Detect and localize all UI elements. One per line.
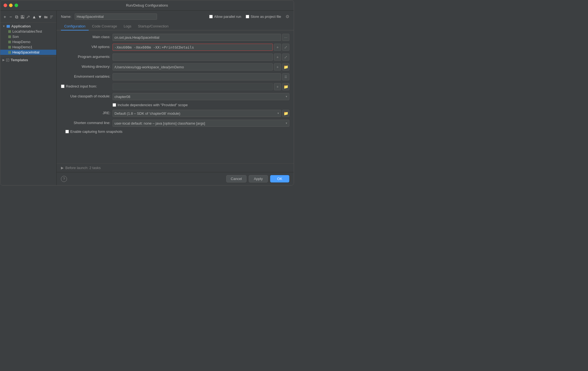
move-up-button[interactable]: ▲ [32, 14, 37, 20]
tree-templates-header[interactable]: ▶ Templates [0, 57, 56, 63]
chevron-down-icon: ▼ [2, 25, 5, 28]
vm-options-field: + ⤢ [113, 44, 289, 51]
run-debug-dialog: Run/Debug Configurations + − ⧉ ▲ [0, 0, 294, 186]
env-vars-edit-button[interactable]: ☰ [282, 73, 289, 80]
shorten-cmd-label: Shorten command line: [61, 120, 110, 125]
apply-button[interactable]: Apply [249, 175, 268, 182]
env-vars-input[interactable] [113, 73, 281, 80]
main-class-label: Main class: [61, 34, 110, 39]
main-class-input[interactable] [113, 34, 281, 41]
redirect-browse-button[interactable]: 📁 [282, 83, 289, 90]
capture-snapshots-label-text: Enable capturing form snapshots [70, 130, 122, 134]
allow-parallel-checkbox[interactable] [209, 15, 213, 18]
store-project-checkbox[interactable] [246, 15, 249, 18]
svg-rect-6 [7, 25, 10, 28]
wrench-button[interactable] [26, 14, 30, 20]
jre-browse-button[interactable]: 📁 [282, 110, 289, 117]
tree-item-localvariablestest[interactable]: LocalVariablesTest [0, 29, 56, 34]
tab-configuration[interactable]: Configuration [61, 23, 89, 30]
redirect-checkbox[interactable] [61, 85, 65, 88]
copy-config-button[interactable]: ⧉ [14, 14, 19, 20]
svg-rect-9 [8, 41, 11, 43]
vm-options-label: VM options: [61, 44, 110, 49]
tab-code-coverage[interactable]: Code Coverage [89, 23, 120, 30]
tree-item-label: HeapDemo [12, 40, 30, 44]
name-input[interactable] [75, 13, 157, 20]
tabs-bar: Configuration Code Coverage Logs Startup… [57, 23, 294, 30]
name-label: Name: [61, 15, 71, 19]
working-dir-input[interactable] [113, 63, 273, 71]
tree-application-header[interactable]: ▼ Application [0, 24, 56, 29]
program-args-label: Program arguments: [61, 54, 110, 59]
add-config-button[interactable]: + [2, 14, 7, 20]
redirect-field: + 📁 [113, 83, 289, 90]
classpath-label: Use classpath of module: [61, 93, 110, 98]
svg-rect-2 [21, 17, 24, 18]
minimize-button[interactable] [9, 4, 13, 7]
env-vars-field: ☰ [113, 73, 289, 80]
program-args-field: + ⤢ [113, 54, 289, 61]
include-deps-checkbox[interactable] [113, 103, 116, 107]
cancel-button[interactable]: Cancel [226, 175, 247, 182]
redirect-label: Redirect input from: [61, 83, 110, 88]
traffic-lights [4, 4, 18, 7]
working-dir-browse-button[interactable]: 📁 [282, 63, 289, 71]
tab-startup-connection[interactable]: Startup/Connection [135, 23, 172, 30]
save-config-button[interactable] [20, 14, 25, 20]
jre-select[interactable]: Default (1.8 – SDK of 'chapter08' module… [113, 110, 281, 117]
sidebar-toolbar: + − ⧉ ▲ ▼ [0, 13, 56, 23]
classpath-row: Use classpath of module: chapter08 [61, 93, 289, 100]
before-launch-label: Before launch: 2 tasks [65, 166, 101, 170]
tree-application-group: ▼ Application LocalVariablesTest [0, 24, 56, 55]
capture-snapshots-checkbox[interactable] [65, 130, 69, 133]
program-args-row: Program arguments: + ⤢ [61, 54, 289, 61]
svg-rect-7 [8, 30, 11, 33]
help-button[interactable]: ? [61, 176, 67, 182]
store-project-checkbox-label[interactable]: Store as project file [246, 15, 281, 19]
tree-item-heapspaceinitial[interactable]: HeapSpaceInitial [0, 50, 56, 55]
maximize-button[interactable] [15, 4, 18, 7]
shorten-cmd-row: Shorten command line: user-local default… [61, 120, 289, 127]
gear-button[interactable]: ⚙ [285, 14, 289, 19]
main-class-field: ··· [113, 34, 289, 41]
before-launch-header[interactable]: ▶ Before launch: 2 tasks [61, 166, 289, 170]
configuration-panel: Name: Allow parallel run Store as projec… [57, 11, 294, 185]
chevron-right-icon: ▶ [2, 58, 5, 61]
tree-item-heapdemo[interactable]: HeapDemo [0, 39, 56, 44]
vm-options-input[interactable] [113, 44, 273, 51]
program-args-add-button[interactable]: + [274, 54, 281, 61]
jre-field: Default (1.8 – SDK of 'chapter08' module… [113, 110, 289, 117]
main-class-browse-button[interactable]: ··· [282, 34, 289, 41]
program-args-expand-button[interactable]: ⤢ [282, 54, 289, 61]
redirect-add-button[interactable]: + [274, 83, 281, 90]
folder-button[interactable] [43, 14, 48, 20]
working-dir-add-button[interactable]: + [274, 63, 281, 71]
redirect-checkbox-label[interactable]: Redirect input from: [61, 84, 110, 88]
vm-options-add-button[interactable]: + [274, 44, 281, 51]
include-deps-checkbox-label[interactable]: Include dependencies with "Provided" sco… [113, 103, 289, 107]
allow-parallel-checkbox-label[interactable]: Allow parallel run [209, 15, 241, 19]
env-vars-row: Environment variables: ☰ [61, 73, 289, 80]
svg-rect-11 [8, 51, 11, 54]
tree-item-label: HeapDemo1 [12, 45, 32, 49]
svg-rect-8 [8, 35, 11, 38]
templates-label: Templates [11, 58, 28, 62]
svg-rect-1 [21, 15, 23, 17]
move-down-button[interactable]: ▼ [38, 14, 42, 20]
shorten-cmd-select[interactable]: user-local default: none – java [options… [113, 120, 289, 127]
jre-row: JRE: Default (1.8 – SDK of 'chapter08' m… [61, 110, 289, 117]
tree-item-heapdemo1[interactable]: HeapDemo1 [0, 44, 56, 50]
capture-snapshots-checkbox-label[interactable]: Enable capturing form snapshots [65, 130, 289, 134]
name-row-right: Allow parallel run Store as project file… [209, 14, 289, 19]
vm-options-expand-button[interactable]: ⤢ [282, 44, 289, 51]
tree-item-son[interactable]: Son [0, 34, 56, 39]
ok-button[interactable]: OK [270, 175, 289, 182]
remove-config-button[interactable]: − [8, 14, 13, 20]
classpath-select[interactable]: chapter08 [113, 93, 289, 100]
program-args-input[interactable] [113, 54, 273, 61]
working-dir-label: Working directory: [61, 63, 110, 69]
close-button[interactable] [4, 4, 7, 7]
sort-button[interactable] [49, 14, 54, 20]
redirect-input[interactable] [113, 83, 273, 90]
tab-logs[interactable]: Logs [120, 23, 135, 30]
